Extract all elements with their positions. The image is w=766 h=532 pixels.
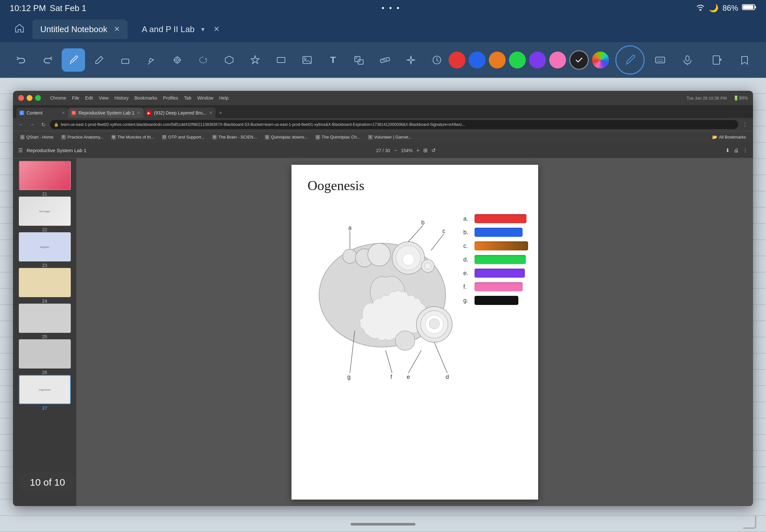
new-tab-button[interactable]: + (215, 108, 226, 118)
traffic-light-red[interactable] (18, 95, 24, 101)
rectangle-button[interactable] (269, 48, 293, 72)
color-orange[interactable] (489, 52, 506, 68)
toolbar-right-group (615, 45, 699, 75)
color-blue[interactable] (469, 52, 486, 68)
browser-menu-chrome[interactable]: Chrome (50, 95, 66, 101)
extensions-button[interactable]: ⋮ (741, 120, 749, 129)
sparkle-button[interactable] (399, 48, 423, 72)
color-red[interactable] (449, 52, 466, 68)
status-time: 10:12 PM (10, 3, 46, 13)
battery-text: 86% (723, 4, 738, 13)
svg-marker-7 (225, 56, 233, 64)
browser-menu-window[interactable]: Window (197, 95, 213, 101)
browser-menu-view[interactable]: View (99, 95, 108, 101)
a-and-p-title: A and P II Lab (142, 24, 195, 34)
bookmark-volunteer[interactable]: V Volunteer | Garnet... (365, 133, 415, 141)
scroll-indicator[interactable] (350, 523, 416, 526)
eraser-button[interactable] (114, 48, 137, 72)
untitled-notebook-close[interactable]: ✕ (114, 25, 120, 33)
content-favicon: C (19, 111, 24, 115)
image-button[interactable] (295, 48, 319, 72)
svg-rect-1 (755, 6, 756, 8)
browser-menu-bookmarks[interactable]: Bookmarks (134, 95, 157, 101)
star-button[interactable] (243, 48, 267, 72)
browser-menu-tab[interactable]: Tab (184, 95, 191, 101)
pen-button[interactable] (62, 48, 85, 72)
bookmark-button[interactable] (733, 48, 756, 72)
bookmark-quinnipiac-dl[interactable]: Q Quinnipiac downs... (261, 133, 311, 141)
bookmark-anatomy[interactable]: P Practice Anatomy... (58, 133, 107, 141)
highlighter-button[interactable] (140, 48, 163, 72)
page-counter-text: 10 of 10 (30, 477, 65, 488)
traffic-light-yellow[interactable] (27, 95, 32, 101)
battery-icon (742, 4, 756, 13)
back-button[interactable]: ← (17, 120, 25, 129)
corner-indicator (743, 516, 756, 529)
shape-select-button[interactable] (217, 48, 241, 72)
ocr-button[interactable] (347, 48, 371, 72)
browser-menu-profiles[interactable]: Profiles (163, 95, 178, 101)
bookmark-muscles[interactable]: M The Muscles of th... (108, 133, 157, 141)
browser-tab-content[interactable]: C Content ✕ (16, 108, 68, 118)
target-button[interactable] (165, 48, 189, 72)
browser-menu-file[interactable]: File (72, 95, 79, 101)
color-lime[interactable] (592, 52, 609, 68)
traffic-light-green[interactable] (35, 95, 41, 101)
bookmark-qstart[interactable]: Q QStart - Home (17, 133, 57, 141)
wifi-icon (696, 4, 705, 13)
browser-menu-help[interactable]: Help (219, 95, 228, 101)
bookmark-all[interactable]: 📂 All Bookmarks (709, 133, 749, 141)
ruler-button[interactable] (373, 48, 397, 72)
keyboard-button[interactable] (649, 48, 672, 72)
color-black[interactable] (569, 50, 589, 70)
svg-point-6 (176, 59, 178, 61)
status-date: Sat Feb 1 (50, 3, 86, 13)
video-tab-close[interactable]: ✕ (209, 111, 212, 115)
center-pen-button[interactable] (615, 45, 645, 75)
browser-tab-video[interactable]: ▶ (932) Deep Layered Bro... ✕ (143, 108, 215, 118)
bookmark-quinnipiac-ch[interactable]: Q The Quinnipiac Ch... (312, 133, 363, 141)
bookmark-qstart-title: QStart - Home (26, 135, 54, 139)
pencil-button[interactable] (88, 48, 111, 72)
toolbar: T (0, 42, 766, 78)
undo-button[interactable] (10, 48, 33, 72)
browser-tab-repro[interactable]: R Reproductive System Lab 1 ✕ (68, 108, 143, 118)
toolbar-left-group: T (10, 48, 449, 72)
address-bar[interactable]: 🔒 learn-us-east-1-prod-fleet02-xythos.co… (50, 120, 738, 129)
bookmark-volunteer-title: Volunteer | Garnet... (374, 135, 412, 139)
clock-button[interactable] (425, 48, 449, 72)
bookmark-otp-title: OTP and Support... (168, 135, 204, 139)
microphone-button[interactable] (676, 48, 699, 72)
add-page-button[interactable] (706, 48, 729, 72)
svg-marker-8 (251, 56, 259, 64)
home-tab[interactable] (6, 19, 32, 39)
color-green[interactable] (509, 52, 526, 68)
bookmark-brain-title: The Brain - SCIEN... (218, 135, 257, 139)
a-and-p-dropdown[interactable]: ▾ (201, 25, 204, 33)
untitled-notebook-tab[interactable]: Untitled Notebook ✕ (32, 19, 128, 39)
browser-titlebar: Chrome File Edit View History Bookmarks … (13, 91, 753, 105)
bookmark-anatomy-title: Practice Anatomy... (67, 135, 103, 139)
svg-rect-4 (122, 59, 129, 64)
browser-tabs: C Content ✕ R Reproductive System Lab 1 … (13, 105, 753, 118)
a-and-p-tab[interactable]: A and P II Lab ▾ ✕ (134, 19, 227, 39)
color-purple[interactable] (529, 52, 546, 68)
refresh-button[interactable]: ↻ (39, 120, 47, 129)
content-tab-close[interactable]: ✕ (62, 111, 65, 115)
status-bar-right: 🌙 86% (696, 4, 756, 13)
color-pink[interactable] (549, 52, 566, 68)
text-button[interactable]: T (321, 48, 345, 72)
browser-menu-edit[interactable]: Edit (85, 95, 93, 101)
a-and-p-close[interactable]: ✕ (213, 25, 219, 33)
lasso-button[interactable] (191, 48, 215, 72)
secure-icon: 🔒 (54, 122, 59, 127)
home-icon (14, 23, 25, 36)
browser-nav: ← → ↻ 🔒 learn-us-east-1-prod-fleet02-xyt… (13, 118, 753, 131)
bookmark-otp[interactable]: O OTP and Support... (159, 133, 208, 141)
browser-menu-history[interactable]: History (115, 95, 129, 101)
repro-tab-close[interactable]: ✕ (137, 111, 140, 115)
share-button[interactable] (760, 48, 766, 72)
forward-button[interactable]: → (28, 120, 36, 129)
redo-button[interactable] (36, 48, 59, 72)
bookmark-brain[interactable]: B The Brain - SCIEN... (209, 133, 260, 141)
